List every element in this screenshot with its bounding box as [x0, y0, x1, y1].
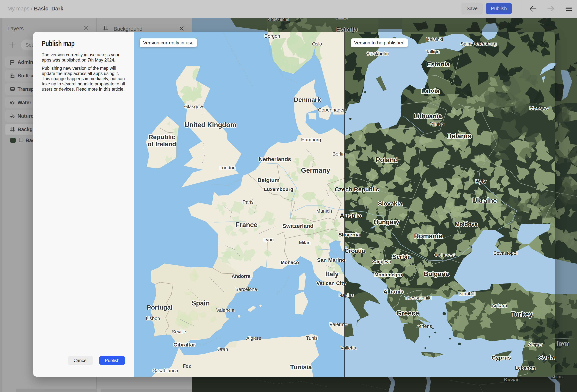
svg-text:Denmark: Denmark — [294, 96, 321, 103]
svg-text:Aleppo: Aleppo — [528, 342, 543, 347]
svg-text:Switzerland: Switzerland — [283, 223, 314, 229]
svg-text:Sarajevo: Sarajevo — [372, 259, 391, 264]
svg-text:Estonia: Estonia — [427, 61, 450, 68]
svg-text:Vilnius: Vilnius — [430, 121, 444, 127]
svg-text:Lisbon: Lisbon — [146, 316, 160, 321]
svg-text:Istanbul: Istanbul — [458, 291, 475, 296]
svg-text:Italy: Italy — [325, 270, 339, 278]
svg-text:Helsinki: Helsinki — [426, 36, 443, 42]
svg-text:Tallinn: Tallinn — [426, 49, 439, 54]
svg-text:Slovenia: Slovenia — [338, 232, 360, 238]
svg-text:Belarus: Belarus — [447, 132, 471, 140]
svg-text:Naples: Naples — [339, 292, 354, 298]
svg-text:Oslo: Oslo — [312, 41, 322, 47]
svg-text:Lebanon: Lebanon — [515, 365, 535, 371]
svg-text:Bulgaria: Bulgaria — [424, 270, 449, 277]
svg-text:Monaco: Monaco — [281, 260, 299, 265]
svg-text:Lithuania: Lithuania — [414, 112, 442, 120]
svg-text:Moldova: Moldova — [455, 221, 478, 227]
svg-text:Spain: Spain — [191, 299, 210, 307]
svg-text:Austria: Austria — [340, 212, 361, 219]
svg-text:Bergen: Bergen — [264, 33, 280, 39]
svg-text:Barcelona: Barcelona — [235, 286, 257, 292]
svg-text:Netherlands: Netherlands — [259, 156, 291, 162]
svg-text:Kyiv: Kyiv — [475, 178, 486, 184]
svg-text:Valencia: Valencia — [216, 307, 234, 313]
svg-text:Bucharest: Bucharest — [433, 252, 455, 258]
svg-text:Moscow: Moscow — [529, 105, 549, 111]
svg-text:Croatia: Croatia — [344, 248, 365, 254]
svg-text:Poland: Poland — [376, 156, 398, 164]
svg-text:Stockholm: Stockholm — [366, 51, 389, 56]
svg-text:Tunis: Tunis — [306, 335, 318, 341]
svg-text:Albania: Albania — [383, 288, 404, 295]
svg-text:Andorra: Andorra — [231, 273, 251, 279]
svg-text:Lyon: Lyon — [263, 237, 274, 243]
svg-text:Greece: Greece — [396, 309, 419, 317]
svg-text:Seville: Seville — [172, 329, 186, 335]
svg-text:Athens: Athens — [417, 323, 432, 329]
svg-text:Berlin: Berlin — [332, 151, 345, 157]
svg-text:Turkey: Turkey — [511, 311, 532, 318]
svg-text:Cyprus: Cyprus — [492, 355, 511, 361]
svg-text:Munich: Munich — [316, 208, 332, 214]
svg-text:Fez: Fez — [183, 363, 191, 369]
svg-text:Czech Republic: Czech Republic — [335, 186, 379, 193]
svg-text:Slovakia: Slovakia — [378, 200, 402, 207]
svg-text:Luxembourg: Luxembourg — [264, 186, 293, 192]
svg-text:Republic: Republic — [148, 133, 175, 141]
svg-text:Latvia: Latvia — [421, 87, 440, 95]
svg-text:Casablanca: Casablanca — [152, 368, 178, 373]
svg-text:of Ireland: of Ireland — [147, 141, 176, 147]
svg-text:Ukraine: Ukraine — [472, 197, 497, 204]
svg-text:Portugal: Portugal — [147, 304, 173, 311]
svg-text:Montenegro: Montenegro — [374, 272, 402, 278]
svg-text:Hamburg: Hamburg — [301, 137, 321, 143]
svg-text:London: London — [219, 165, 236, 171]
svg-text:United Kingdom: United Kingdom — [184, 121, 236, 129]
svg-text:Serbia: Serbia — [393, 253, 411, 260]
svg-text:Thessaloniki: Thessaloniki — [405, 295, 432, 301]
svg-text:Saint Petersburg: Saint Petersburg — [461, 41, 497, 47]
svg-text:Copenhagen: Copenhagen — [318, 107, 346, 113]
svg-text:Vatican City: Vatican City — [317, 280, 346, 286]
svg-text:Tunisia: Tunisia — [290, 363, 312, 371]
svg-text:Sevastopol: Sevastopol — [493, 250, 517, 256]
svg-text:Paris: Paris — [242, 199, 253, 205]
svg-text:Hungary: Hungary — [374, 218, 399, 225]
svg-text:Valletta: Valletta — [341, 345, 356, 351]
svg-text:San Marino: San Marino — [317, 257, 345, 263]
svg-text:Belgium: Belgium — [257, 177, 280, 183]
svg-text:Syria: Syria — [539, 354, 554, 361]
svg-text:France: France — [236, 221, 257, 229]
svg-text:Ankara: Ankara — [492, 303, 507, 308]
svg-text:Glasgow: Glasgow — [184, 104, 203, 109]
svg-text:Milan: Milan — [299, 240, 311, 246]
svg-text:Romania: Romania — [414, 232, 442, 240]
svg-text:Gibraltar: Gibraltar — [174, 342, 195, 348]
svg-text:Germany: Germany — [301, 167, 330, 174]
svg-text:Algiers: Algiers — [246, 335, 261, 341]
svg-text:Oran: Oran — [217, 347, 228, 352]
